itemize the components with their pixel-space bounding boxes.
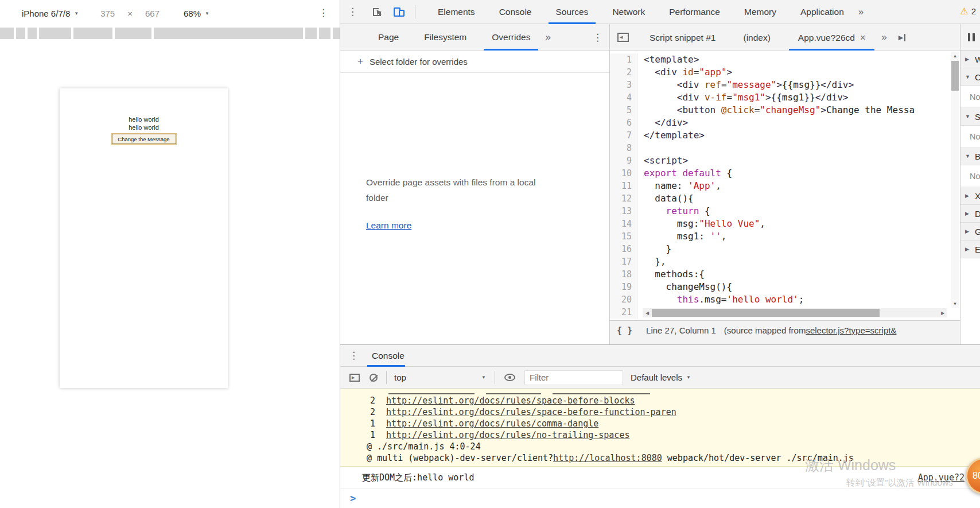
navigator-menu-icon[interactable]: ⋮ bbox=[593, 33, 602, 42]
code-text[interactable]: } bbox=[637, 243, 671, 255]
code-text[interactable]: <div ref="message">{{msg}}</div> bbox=[637, 79, 854, 91]
tab-elements[interactable]: Elements bbox=[426, 0, 487, 24]
line-number[interactable]: 8 bbox=[610, 142, 637, 154]
clear-console-icon[interactable] bbox=[370, 374, 378, 382]
line-number[interactable]: 13 bbox=[610, 205, 637, 218]
line-number[interactable]: 14 bbox=[610, 218, 637, 230]
line-number[interactable]: 21 bbox=[610, 306, 637, 319]
localhost-link[interactable]: http://localhost:8080 bbox=[553, 453, 662, 463]
log-source-link[interactable]: App.vue?2 bbox=[918, 467, 965, 488]
device-zoom-selector[interactable]: 68% ▼ bbox=[184, 9, 209, 18]
code-text[interactable]: <template> bbox=[637, 53, 699, 66]
eslint-rule-link[interactable]: http://eslint.org/docs/rules/space-befor… bbox=[386, 395, 635, 406]
tab-memory[interactable]: Memory bbox=[732, 0, 788, 24]
code-text[interactable]: <div v-if="msg1">{{msg1}}</div> bbox=[637, 91, 848, 104]
line-number[interactable]: 19 bbox=[610, 281, 637, 293]
eslint-rule-link[interactable]: http://eslint.org/docs/rules/comma-dangl… bbox=[386, 418, 598, 429]
show-debugger-sidebar-icon[interactable]: ▶ bbox=[899, 34, 905, 41]
more-navigator-tabs-icon[interactable]: » bbox=[545, 32, 550, 43]
learn-more-link[interactable]: Learn more bbox=[366, 220, 411, 231]
code-text[interactable]: changeMsg(){ bbox=[637, 281, 732, 293]
line-number[interactable]: 10 bbox=[610, 167, 637, 180]
sidebar-section-event-listener-breakpoints[interactable]: ▶Event Listener Breakpoints bbox=[960, 241, 980, 258]
code-text[interactable]: name: 'App', bbox=[637, 180, 721, 192]
scrollbar-thumb[interactable] bbox=[951, 61, 959, 91]
close-tab-icon[interactable]: × bbox=[860, 25, 865, 51]
code-text[interactable]: msg1: '', bbox=[637, 230, 727, 243]
code-text[interactable]: <div id="app"> bbox=[637, 66, 732, 79]
editor-horizontal-scrollbar[interactable]: ◀ ▶ bbox=[643, 308, 947, 317]
sidebar-section-breakpoints[interactable]: ▼Breakpoints bbox=[960, 148, 980, 165]
panel-tab-filesystem[interactable]: Filesystem bbox=[411, 24, 479, 51]
eslint-rule-link[interactable]: http://eslint.org/docs/rules/space-befor… bbox=[386, 406, 676, 418]
source-map-link[interactable]: selector.js?type=script& bbox=[806, 325, 896, 335]
log-levels-selector[interactable]: Default levels ▼ bbox=[631, 373, 691, 382]
panel-tab-overrides[interactable]: Overrides bbox=[479, 24, 543, 51]
device-toolbar-toggle-icon[interactable] bbox=[393, 6, 406, 18]
code-text[interactable]: return { bbox=[637, 205, 710, 218]
console-filter-input[interactable] bbox=[524, 370, 623, 385]
line-number[interactable]: 5 bbox=[610, 104, 637, 117]
editor-tab-app-vue-26cd[interactable]: App.vue?26cd× bbox=[784, 24, 879, 51]
tab-performance[interactable]: Performance bbox=[657, 0, 732, 24]
scroll-down-icon[interactable]: ▼ bbox=[951, 300, 959, 308]
line-number[interactable]: 12 bbox=[610, 192, 637, 205]
tab-console[interactable]: Console bbox=[487, 0, 544, 24]
more-editor-tabs-icon[interactable]: » bbox=[881, 32, 886, 43]
scrollbar-thumb[interactable] bbox=[652, 309, 880, 317]
inspect-element-icon[interactable] bbox=[371, 6, 383, 18]
warning-badge[interactable]: ⚠ 2 bbox=[960, 6, 976, 17]
change-message-button[interactable]: Change the Message bbox=[112, 134, 176, 144]
more-tabs-icon[interactable]: » bbox=[858, 6, 864, 18]
pause-script-icon[interactable] bbox=[968, 33, 977, 41]
scroll-right-icon[interactable]: ▶ bbox=[938, 308, 947, 317]
code-text[interactable]: export default { bbox=[637, 167, 732, 180]
line-number[interactable]: 1 bbox=[610, 53, 637, 66]
console-prompt[interactable]: > bbox=[340, 488, 980, 507]
line-number[interactable]: 16 bbox=[610, 243, 637, 255]
javascript-context-selector[interactable]: top ▼ bbox=[394, 373, 486, 382]
tab-network[interactable]: Network bbox=[600, 0, 657, 24]
code-text[interactable]: data(){ bbox=[637, 192, 694, 205]
devtools-menu-icon[interactable]: ⋮ bbox=[348, 7, 357, 17]
line-number[interactable]: 6 bbox=[610, 117, 637, 129]
sidebar-section-global-listeners[interactable]: ▶Global Listeners bbox=[960, 223, 980, 241]
editor-tab-script-snippet-1[interactable]: Script snippet #1 bbox=[636, 24, 729, 51]
sidebar-section-call-stack[interactable]: ▼Call Stack bbox=[960, 68, 980, 86]
editor-tab-index[interactable]: (index) bbox=[729, 24, 784, 51]
line-number[interactable]: 3 bbox=[610, 79, 637, 91]
line-number[interactable]: 17 bbox=[610, 255, 637, 268]
code-text[interactable]: <script> bbox=[637, 154, 688, 167]
tab-sources[interactable]: Sources bbox=[544, 0, 601, 24]
line-number[interactable]: 7 bbox=[610, 129, 637, 142]
code-text[interactable]: methods:{ bbox=[637, 268, 705, 281]
device-width-field[interactable]: 375 bbox=[100, 9, 115, 18]
code-text[interactable]: </template> bbox=[637, 129, 705, 142]
tab-application[interactable]: Application bbox=[788, 0, 856, 24]
eslint-rule-link[interactable]: http://eslint.org/docs/rules/no-trailing… bbox=[386, 429, 629, 441]
show-console-sidebar-icon[interactable]: ▶ bbox=[349, 374, 360, 382]
device-toolbar-menu-icon[interactable]: ⋮ bbox=[318, 8, 328, 18]
drawer-menu-icon[interactable]: ⋮ bbox=[349, 351, 359, 360]
sidebar-section-xhr-fetch-breakpoints[interactable]: ▶XHR/fetch Breakpoints bbox=[960, 187, 980, 205]
hide-navigator-icon[interactable]: ◀ bbox=[617, 33, 629, 42]
scroll-up-icon[interactable]: ▲ bbox=[951, 52, 959, 60]
code-text[interactable] bbox=[637, 142, 644, 154]
sidebar-section-dom-breakpoints[interactable]: ▶DOM Breakpoints bbox=[960, 205, 980, 223]
line-number[interactable]: 11 bbox=[610, 180, 637, 192]
line-number[interactable]: 18 bbox=[610, 268, 637, 281]
code-text[interactable]: this.msg='hello world'; bbox=[637, 293, 804, 306]
sidebar-section-watch[interactable]: ▶Watch bbox=[960, 51, 980, 68]
line-number[interactable]: 4 bbox=[610, 91, 637, 104]
code-text[interactable]: <button @click="changeMsg">Change the Me… bbox=[637, 104, 915, 117]
editor-vertical-scrollbar[interactable]: ▲ ▼ bbox=[951, 52, 959, 308]
panel-tab-page[interactable]: Page bbox=[365, 24, 411, 51]
device-selector[interactable]: iPhone 6/7/8 bbox=[22, 9, 70, 18]
scroll-left-icon[interactable]: ◀ bbox=[643, 308, 652, 317]
line-number[interactable]: 20 bbox=[610, 293, 637, 306]
code-text[interactable]: </div> bbox=[637, 117, 688, 129]
drawer-tab-console[interactable]: Console bbox=[372, 351, 405, 361]
sidebar-section-scope[interactable]: ▼Scope bbox=[960, 108, 980, 126]
code-text[interactable]: msg:"Hello Vue", bbox=[637, 218, 765, 230]
line-number[interactable]: 15 bbox=[610, 230, 637, 243]
